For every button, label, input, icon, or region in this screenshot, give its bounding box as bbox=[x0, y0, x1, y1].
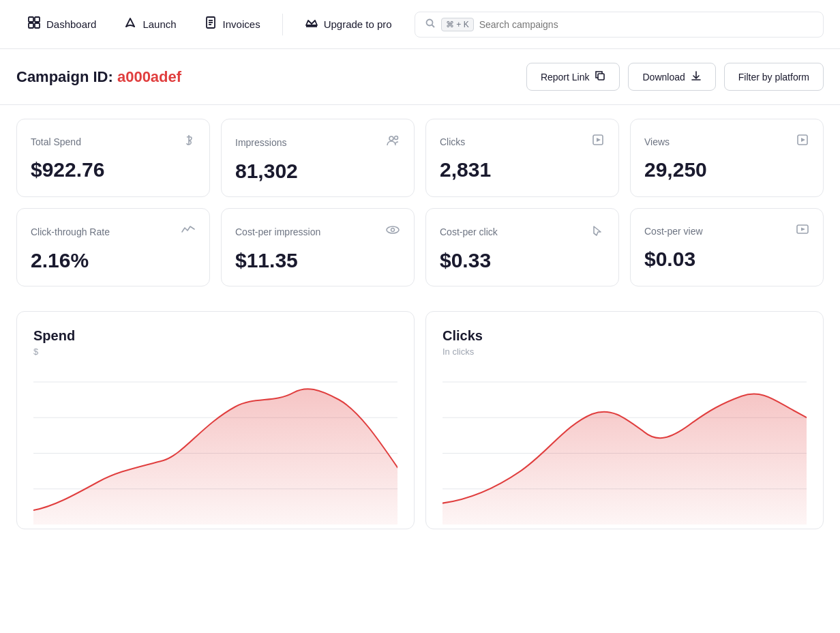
nav-upgrade[interactable]: Upgrade to pro bbox=[294, 10, 403, 38]
metric-header: Click-through Rate bbox=[31, 222, 196, 241]
invoices-icon bbox=[204, 16, 217, 33]
metric-header: Total Spend bbox=[31, 133, 196, 150]
navigation: Dashboard Launch Invoices bbox=[0, 0, 840, 49]
filter-label: Filter by platform bbox=[738, 72, 809, 83]
svg-rect-11 bbox=[598, 74, 604, 80]
metric-label: Impressions bbox=[235, 137, 286, 148]
download-label: Download bbox=[642, 72, 685, 83]
download-button[interactable]: Download bbox=[628, 63, 715, 91]
spend-chart-card: Spend $ bbox=[16, 311, 415, 529]
report-link-label: Report Link bbox=[541, 72, 590, 83]
svg-marker-23 bbox=[801, 228, 805, 231]
metric-cpi: Cost-per impression $11.35 bbox=[221, 208, 415, 286]
metric-views: Views 29,250 bbox=[630, 119, 824, 197]
nav-launch[interactable]: Launch bbox=[112, 10, 187, 38]
metric-header: Impressions bbox=[235, 133, 400, 151]
clicks-icon bbox=[591, 133, 605, 150]
metric-ctr: Click-through Rate 2.16% bbox=[16, 208, 210, 286]
metric-value: $922.76 bbox=[31, 158, 196, 181]
metrics-section: Total Spend $922.76 Impressions bbox=[0, 105, 840, 311]
metric-value: $0.33 bbox=[440, 249, 605, 272]
metric-value: 2.16% bbox=[31, 249, 196, 272]
views-icon bbox=[796, 133, 809, 150]
header-actions: Report Link Download Filter by platform bbox=[526, 63, 824, 91]
clicks-chart-title: Clicks bbox=[442, 328, 807, 344]
svg-point-15 bbox=[395, 136, 398, 140]
search-shortcut: ⌘ + K bbox=[441, 18, 474, 31]
svg-marker-19 bbox=[801, 138, 805, 142]
campaign-id-prefix: Campaign ID: bbox=[16, 68, 113, 85]
nav-launch-label: Launch bbox=[142, 18, 176, 30]
nav-dashboard-label: Dashboard bbox=[46, 18, 96, 30]
svg-point-9 bbox=[427, 19, 433, 25]
search-bar[interactable]: ⌘ + K bbox=[415, 12, 824, 38]
metric-cpc: Cost-per click $0.33 bbox=[425, 208, 619, 286]
cpc-icon bbox=[590, 222, 605, 241]
nav-upgrade-label: Upgrade to pro bbox=[324, 18, 392, 30]
svg-point-14 bbox=[389, 136, 393, 141]
nav-invoices[interactable]: Invoices bbox=[193, 10, 271, 38]
spend-chart-subtitle: $ bbox=[33, 347, 397, 357]
metrics-grid-row2: Click-through Rate 2.16% Cost-per impres… bbox=[16, 208, 824, 286]
copy-icon bbox=[595, 70, 605, 83]
metric-impressions: Impressions 81,302 bbox=[221, 119, 415, 197]
metric-clicks: Clicks 2,831 bbox=[425, 119, 619, 197]
clicks-chart-subtitle: In clicks bbox=[442, 347, 807, 357]
search-input[interactable] bbox=[479, 19, 813, 30]
report-link-button[interactable]: Report Link bbox=[526, 63, 620, 91]
clicks-chart-card: Clicks In clicks bbox=[425, 311, 824, 529]
metric-label: Cost-per view bbox=[644, 226, 703, 237]
page-header: Campaign ID: a000adef Report Link Downlo… bbox=[0, 49, 840, 105]
metric-label: Total Spend bbox=[31, 136, 81, 147]
svg-rect-1 bbox=[35, 17, 40, 22]
metric-value: $0.03 bbox=[644, 248, 809, 271]
svg-point-20 bbox=[387, 226, 399, 233]
metric-value: 2,831 bbox=[440, 158, 605, 181]
svg-rect-3 bbox=[35, 23, 40, 28]
ctr-icon bbox=[181, 222, 196, 241]
dashboard-icon bbox=[27, 16, 41, 33]
impressions-icon bbox=[385, 133, 400, 151]
crown-icon bbox=[305, 16, 318, 33]
svg-rect-0 bbox=[29, 17, 33, 22]
page-title: Campaign ID: a000adef bbox=[16, 68, 181, 86]
svg-marker-17 bbox=[597, 138, 601, 142]
metrics-grid-row1: Total Spend $922.76 Impressions bbox=[16, 119, 824, 197]
metric-label: Cost-per click bbox=[440, 226, 498, 237]
charts-section: Spend $ Clicks I bbox=[0, 311, 840, 546]
svg-rect-2 bbox=[29, 23, 33, 28]
metric-cpv: Cost-per view $0.03 bbox=[630, 208, 824, 286]
metric-total-spend: Total Spend $922.76 bbox=[16, 119, 210, 197]
search-icon bbox=[425, 18, 436, 31]
metric-label: Click-through Rate bbox=[31, 226, 110, 237]
dollar-icon bbox=[182, 133, 196, 150]
metric-value: 81,302 bbox=[235, 160, 400, 183]
metric-header: Cost-per impression bbox=[235, 222, 400, 241]
metric-label: Views bbox=[644, 136, 670, 147]
eye-icon bbox=[385, 222, 400, 241]
metric-value: $11.35 bbox=[235, 249, 400, 272]
metric-value: 29,250 bbox=[644, 158, 809, 181]
cpv-icon bbox=[796, 222, 809, 239]
nav-invoices-label: Invoices bbox=[223, 18, 260, 30]
spend-chart-area bbox=[33, 368, 397, 525]
metric-header: Cost-per click bbox=[440, 222, 605, 241]
clicks-chart-area bbox=[442, 368, 807, 525]
nav-dashboard[interactable]: Dashboard bbox=[16, 10, 107, 38]
campaign-id-value: a000adef bbox=[117, 68, 181, 85]
metric-label: Cost-per impression bbox=[235, 226, 320, 237]
svg-point-21 bbox=[391, 229, 395, 232]
metric-label: Clicks bbox=[440, 136, 465, 147]
launch-icon bbox=[123, 16, 137, 33]
svg-line-10 bbox=[432, 25, 435, 27]
nav-divider bbox=[282, 14, 283, 35]
metric-header: Clicks bbox=[440, 133, 605, 150]
download-icon bbox=[691, 70, 702, 83]
spend-chart-title: Spend bbox=[33, 328, 397, 344]
metric-header: Views bbox=[644, 133, 809, 150]
filter-button[interactable]: Filter by platform bbox=[724, 63, 824, 91]
metric-header: Cost-per view bbox=[644, 222, 809, 239]
